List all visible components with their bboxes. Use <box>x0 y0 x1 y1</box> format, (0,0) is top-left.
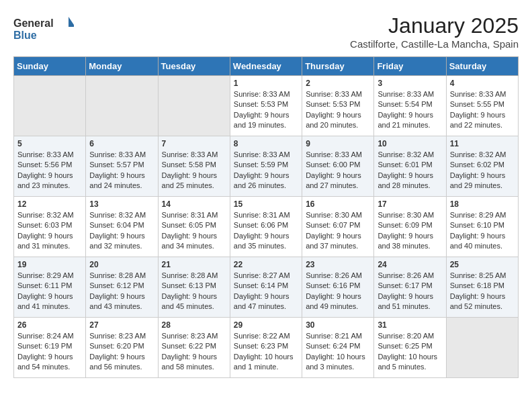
day-number: 16 <box>306 199 370 209</box>
day-number: 15 <box>234 199 298 209</box>
day-number: 19 <box>17 260 82 269</box>
day-number: 9 <box>306 139 370 148</box>
day-info: Sunrise: 8:33 AM Sunset: 5:58 PM Dayligh… <box>162 150 226 191</box>
calendar-cell: 16Sunrise: 8:30 AM Sunset: 6:07 PM Dayli… <box>302 197 374 257</box>
day-number: 31 <box>378 320 442 330</box>
day-info: Sunrise: 8:31 AM Sunset: 6:05 PM Dayligh… <box>162 210 226 252</box>
calendar-cell: 8Sunrise: 8:33 AM Sunset: 5:59 PM Daylig… <box>230 136 302 197</box>
day-number: 8 <box>234 139 298 148</box>
calendar-cell: 10Sunrise: 8:32 AM Sunset: 6:01 PM Dayli… <box>374 136 446 197</box>
day-info: Sunrise: 8:32 AM Sunset: 6:02 PM Dayligh… <box>450 150 515 191</box>
calendar-cell: 11Sunrise: 8:32 AM Sunset: 6:02 PM Dayli… <box>446 136 518 197</box>
day-info: Sunrise: 8:22 AM Sunset: 6:23 PM Dayligh… <box>234 331 298 373</box>
day-info: Sunrise: 8:25 AM Sunset: 6:18 PM Dayligh… <box>450 271 515 312</box>
weekday-header: Tuesday <box>158 57 230 76</box>
calendar-cell: 24Sunrise: 8:26 AM Sunset: 6:17 PM Dayli… <box>374 257 446 318</box>
day-number: 10 <box>378 139 442 148</box>
day-info: Sunrise: 8:30 AM Sunset: 6:07 PM Dayligh… <box>306 210 370 252</box>
calendar-cell: 27Sunrise: 8:23 AM Sunset: 6:20 PM Dayli… <box>86 318 158 378</box>
calendar-cell: 22Sunrise: 8:27 AM Sunset: 6:14 PM Dayli… <box>230 257 302 318</box>
day-info: Sunrise: 8:32 AM Sunset: 6:04 PM Dayligh… <box>89 210 154 252</box>
calendar-cell: 1Sunrise: 8:33 AM Sunset: 5:53 PM Daylig… <box>230 76 302 136</box>
day-number: 6 <box>89 139 154 148</box>
day-info: Sunrise: 8:26 AM Sunset: 6:17 PM Dayligh… <box>378 271 442 312</box>
location-title: Castilforte, Castille-La Mancha, Spain <box>350 38 519 50</box>
calendar-cell: 20Sunrise: 8:28 AM Sunset: 6:12 PM Dayli… <box>86 257 158 318</box>
day-info: Sunrise: 8:29 AM Sunset: 6:10 PM Dayligh… <box>450 210 515 252</box>
day-number: 4 <box>450 79 515 88</box>
weekday-header: Sunday <box>14 57 86 76</box>
day-info: Sunrise: 8:29 AM Sunset: 6:11 PM Dayligh… <box>17 271 82 312</box>
calendar-cell: 23Sunrise: 8:26 AM Sunset: 6:16 PM Dayli… <box>302 257 374 318</box>
day-number: 11 <box>450 139 515 148</box>
logo-svg: General Blue <box>13 13 74 43</box>
calendar-cell: 30Sunrise: 8:21 AM Sunset: 6:24 PM Dayli… <box>302 318 374 378</box>
month-title: January 2025 <box>350 13 519 38</box>
calendar-cell <box>158 76 230 136</box>
day-number: 7 <box>162 139 226 148</box>
calendar-cell: 31Sunrise: 8:20 AM Sunset: 6:25 PM Dayli… <box>374 318 446 378</box>
calendar-cell <box>86 76 158 136</box>
day-info: Sunrise: 8:27 AM Sunset: 6:14 PM Dayligh… <box>234 271 298 312</box>
day-number: 13 <box>89 199 154 209</box>
title-block: January 2025 Castilforte, Castille-La Ma… <box>350 13 519 50</box>
day-info: Sunrise: 8:32 AM Sunset: 6:03 PM Dayligh… <box>17 210 82 252</box>
calendar-cell: 15Sunrise: 8:31 AM Sunset: 6:06 PM Dayli… <box>230 197 302 257</box>
day-info: Sunrise: 8:33 AM Sunset: 5:54 PM Dayligh… <box>378 89 442 131</box>
calendar-cell: 29Sunrise: 8:22 AM Sunset: 6:23 PM Dayli… <box>230 318 302 378</box>
day-info: Sunrise: 8:33 AM Sunset: 5:59 PM Dayligh… <box>234 150 298 191</box>
day-number: 12 <box>17 199 82 209</box>
calendar-cell: 25Sunrise: 8:25 AM Sunset: 6:18 PM Dayli… <box>446 257 518 318</box>
calendar-cell: 4Sunrise: 8:33 AM Sunset: 5:55 PM Daylig… <box>446 76 518 136</box>
day-info: Sunrise: 8:23 AM Sunset: 6:20 PM Dayligh… <box>89 331 154 373</box>
day-info: Sunrise: 8:33 AM Sunset: 5:53 PM Dayligh… <box>306 89 370 131</box>
day-number: 20 <box>89 260 154 269</box>
day-info: Sunrise: 8:28 AM Sunset: 6:12 PM Dayligh… <box>89 271 154 312</box>
day-number: 5 <box>17 139 82 148</box>
day-number: 23 <box>306 260 370 269</box>
day-number: 21 <box>162 260 226 269</box>
day-number: 26 <box>17 320 82 330</box>
day-info: Sunrise: 8:31 AM Sunset: 6:06 PM Dayligh… <box>234 210 298 252</box>
day-number: 22 <box>234 260 298 269</box>
day-number: 24 <box>378 260 442 269</box>
day-info: Sunrise: 8:33 AM Sunset: 5:56 PM Dayligh… <box>17 150 82 191</box>
day-info: Sunrise: 8:32 AM Sunset: 6:01 PM Dayligh… <box>378 150 442 191</box>
calendar-cell: 17Sunrise: 8:30 AM Sunset: 6:09 PM Dayli… <box>374 197 446 257</box>
calendar-header: SundayMondayTuesdayWednesdayThursdayFrid… <box>14 57 519 76</box>
day-number: 18 <box>450 199 515 209</box>
svg-text:Blue: Blue <box>13 30 37 41</box>
day-info: Sunrise: 8:33 AM Sunset: 6:00 PM Dayligh… <box>306 150 370 191</box>
day-info: Sunrise: 8:21 AM Sunset: 6:24 PM Dayligh… <box>306 331 370 373</box>
weekday-header: Saturday <box>446 57 518 76</box>
calendar-cell <box>446 318 518 378</box>
day-number: 30 <box>306 320 370 330</box>
calendar-cell: 3Sunrise: 8:33 AM Sunset: 5:54 PM Daylig… <box>374 76 446 136</box>
calendar-cell: 2Sunrise: 8:33 AM Sunset: 5:53 PM Daylig… <box>302 76 374 136</box>
day-number: 28 <box>162 320 226 330</box>
logo: General Blue <box>13 13 74 43</box>
weekday-header: Thursday <box>302 57 374 76</box>
day-number: 29 <box>234 320 298 330</box>
day-number: 17 <box>378 199 442 209</box>
day-info: Sunrise: 8:30 AM Sunset: 6:09 PM Dayligh… <box>378 210 442 252</box>
day-number: 25 <box>450 260 515 269</box>
calendar-cell: 13Sunrise: 8:32 AM Sunset: 6:04 PM Dayli… <box>86 197 158 257</box>
day-number: 3 <box>378 79 442 88</box>
day-number: 27 <box>89 320 154 330</box>
day-info: Sunrise: 8:33 AM Sunset: 5:57 PM Dayligh… <box>89 150 154 191</box>
calendar-cell <box>14 76 86 136</box>
calendar-cell: 18Sunrise: 8:29 AM Sunset: 6:10 PM Dayli… <box>446 197 518 257</box>
day-info: Sunrise: 8:28 AM Sunset: 6:13 PM Dayligh… <box>162 271 226 312</box>
day-info: Sunrise: 8:33 AM Sunset: 5:55 PM Dayligh… <box>450 89 515 131</box>
calendar-cell: 14Sunrise: 8:31 AM Sunset: 6:05 PM Dayli… <box>158 197 230 257</box>
svg-text:General: General <box>13 17 54 29</box>
calendar-cell: 9Sunrise: 8:33 AM Sunset: 6:00 PM Daylig… <box>302 136 374 197</box>
calendar-cell: 12Sunrise: 8:32 AM Sunset: 6:03 PM Dayli… <box>14 197 86 257</box>
calendar-cell: 5Sunrise: 8:33 AM Sunset: 5:56 PM Daylig… <box>14 136 86 197</box>
day-info: Sunrise: 8:23 AM Sunset: 6:22 PM Dayligh… <box>162 331 226 373</box>
calendar-cell: 28Sunrise: 8:23 AM Sunset: 6:22 PM Dayli… <box>158 318 230 378</box>
day-number: 2 <box>306 79 370 88</box>
calendar-cell: 21Sunrise: 8:28 AM Sunset: 6:13 PM Dayli… <box>158 257 230 318</box>
calendar-cell: 6Sunrise: 8:33 AM Sunset: 5:57 PM Daylig… <box>86 136 158 197</box>
